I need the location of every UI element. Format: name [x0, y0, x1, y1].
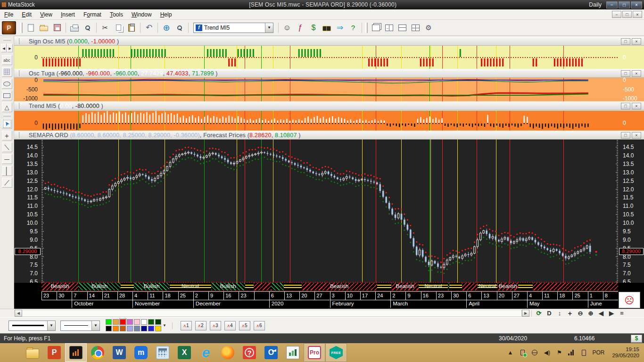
forecast-arrow-button[interactable]: ⇒ [333, 21, 347, 34]
panel-close-button[interactable]: × [632, 38, 641, 45]
mdi-close-button[interactable]: × [633, 11, 642, 18]
panel-close-button[interactable]: × [632, 103, 641, 109]
close-button[interactable]: × [631, 1, 642, 8]
panel-grip[interactable] [18, 103, 19, 109]
scroll-right-button[interactable]: ▸ [7, 44, 13, 52]
panel-grip[interactable] [18, 70, 19, 76]
scan-button[interactable] [320, 21, 333, 34]
taskbar-excel[interactable]: X [173, 343, 195, 362]
text-tool-button[interactable]: abc [2, 55, 12, 65]
menu-format[interactable]: Format [79, 10, 106, 19]
palette-arrow-icon[interactable]: ▼ [162, 320, 167, 332]
tablet-icon[interactable] [580, 349, 587, 356]
panel-close-button[interactable]: × [632, 70, 641, 77]
menu-help[interactable]: Help [156, 10, 176, 19]
panel-maximize-button[interactable]: □ [621, 132, 630, 139]
color-swatch[interactable] [106, 319, 112, 325]
line-style-combo[interactable]: ▼ [8, 321, 56, 331]
sidebar-grip-2[interactable] [3, 115, 11, 116]
taskbar-maxthon[interactable]: m [130, 343, 152, 362]
panel-close-button[interactable]: × [632, 132, 641, 139]
menu-insert[interactable]: Insert [57, 10, 79, 19]
menu-window[interactable]: Window [127, 10, 156, 19]
sidebar-grip[interactable] [3, 39, 11, 41]
window-tile-vertical-button[interactable] [382, 21, 396, 34]
previous-button[interactable]: ◀ [596, 310, 606, 317]
undo-button[interactable]: ↶ [142, 21, 156, 34]
window-options-button[interactable]: ⚙ [422, 21, 435, 34]
layout-button-2[interactable]: ʌ2 [195, 321, 206, 330]
indicator-quicklist-combo[interactable]: fTrend MI5▼ [193, 23, 273, 33]
color-swatch[interactable] [148, 326, 154, 331]
color-swatch[interactable] [113, 319, 119, 325]
mdi-restore-button[interactable]: □ [622, 11, 632, 18]
expert-advisor-button[interactable]: $ [307, 21, 320, 34]
layout-button-4[interactable]: ʌ4 [224, 321, 236, 330]
scroll-left-button[interactable]: ◀ [15, 310, 22, 317]
chart-menu-button[interactable]: ≡ [617, 310, 627, 317]
color-swatch[interactable] [120, 326, 126, 331]
next-button[interactable]: ▶ [606, 310, 617, 317]
combo-arrow-icon[interactable]: ▼ [91, 321, 99, 330]
pointer-tool-button[interactable]: ➤ [2, 119, 12, 129]
scroll-right-button[interactable]: ▶ [522, 310, 529, 317]
menu-view[interactable]: View [36, 10, 57, 19]
paste-button[interactable] [125, 21, 138, 34]
trendline-sl-tool-button[interactable]: ⟋ [2, 178, 12, 188]
restore-button[interactable]: □ [619, 1, 630, 8]
zoom-in-button[interactable]: ⊕ [586, 310, 596, 317]
window-tile-quad-button[interactable] [409, 21, 422, 34]
rectangle-tool-button[interactable] [2, 90, 12, 100]
copy-button[interactable] [112, 21, 125, 34]
layout-button-1[interactable]: ʌ1 [181, 321, 192, 330]
panel-header-trend[interactable]: Trend MI5 (0.00, -80.0000 )□× [14, 101, 644, 110]
save-file-button[interactable] [50, 21, 64, 34]
scroll-left-button[interactable]: ◂ [1, 44, 7, 52]
taskbar-word[interactable]: W [108, 343, 130, 362]
panel-maximize-button[interactable]: □ [621, 70, 630, 77]
taskbar-outlook[interactable]: O [260, 343, 282, 362]
menu-tools[interactable]: Tools [106, 10, 127, 19]
layout-button-6[interactable]: ʌ6 [254, 321, 265, 330]
taskbar-firefox[interactable] [217, 343, 239, 362]
menu-edit[interactable]: Edit [17, 10, 36, 19]
print-preview-button[interactable] [81, 21, 94, 34]
metastock-power-button[interactable]: P [2, 21, 16, 34]
combo-arrow-icon[interactable]: ▼ [47, 321, 55, 330]
toolbar-grip[interactable] [365, 23, 368, 33]
menu-file[interactable]: File [0, 10, 17, 19]
crosshair-pointer-button[interactable]: ⊕ [160, 21, 173, 34]
tray-expand-icon[interactable]: ▲ [506, 349, 514, 356]
ellipse-tool-button[interactable] [2, 79, 12, 89]
color-swatch[interactable] [127, 319, 133, 325]
flag-icon[interactable]: ⚑ [555, 349, 563, 356]
taskbar-metastock[interactable] [65, 343, 87, 362]
horizontal-scrollbar[interactable] [22, 310, 522, 317]
signal-icon[interactable] [568, 349, 575, 356]
open-file-button[interactable] [37, 21, 50, 34]
mdi-minimize-button[interactable]: − [612, 11, 621, 18]
language-indicator[interactable]: POR [592, 349, 604, 356]
taskbar-calculator[interactable] [152, 343, 173, 362]
panel-grip[interactable] [18, 132, 19, 138]
network-icon[interactable] [531, 349, 538, 356]
taskbar-powerpoint[interactable]: P [43, 343, 65, 362]
color-swatch[interactable] [134, 326, 140, 331]
refresh-button[interactable]: ⟳ [534, 310, 544, 317]
indicator-builder-button[interactable]: ƒ [294, 21, 307, 34]
zoom-box-button[interactable] [173, 21, 186, 34]
trendline-tool-button[interactable]: ⟍ [2, 142, 12, 152]
taskbar-help-app[interactable]: ? [239, 343, 260, 362]
move-button[interactable]: + [565, 310, 575, 317]
taskbar-kaspersky-free[interactable]: FREE [325, 343, 347, 362]
color-swatch[interactable] [106, 326, 112, 331]
color-swatch[interactable] [120, 319, 126, 325]
panel-header-tuga[interactable]: Osc Tuga (-960.000, -960.000, -960.000, … [14, 69, 644, 78]
panel-header-sign[interactable]: Sign Osc MI5 (0.0000, -1.00000 )□× [14, 37, 644, 46]
panel-maximize-button[interactable]: □ [621, 103, 630, 109]
dollar-status-icon[interactable]: $ [631, 335, 642, 343]
taskbar-metastock-pro[interactable]: Pro [304, 343, 325, 362]
panel-maximize-button[interactable]: □ [621, 38, 630, 45]
color-swatch[interactable] [155, 326, 161, 331]
taskbar-chrome[interactable] [87, 343, 108, 362]
